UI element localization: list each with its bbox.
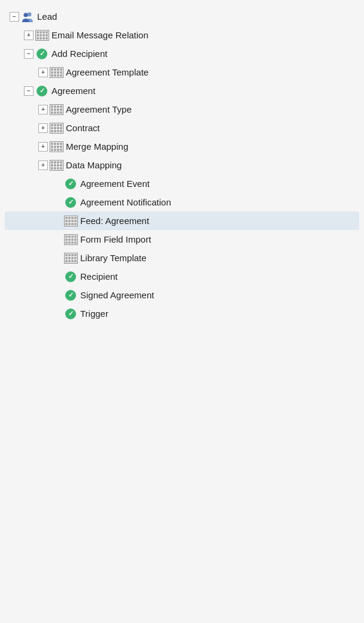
expand-toggle[interactable]: + (38, 142, 48, 152)
tree-item-label: Recipient (80, 270, 118, 283)
indent-spacer (53, 253, 62, 263)
grid-icon (50, 141, 63, 152)
check-circle-icon: ✓ (35, 86, 48, 96)
tree-item-label: Agreement (51, 84, 95, 97)
grid-icon (50, 67, 63, 78)
tree-item-label: Agreement Notification (80, 196, 171, 208)
expand-toggle[interactable]: + (38, 161, 48, 170)
tree-item-signed-agreement[interactable]: ✓Signed Agreement (5, 286, 359, 304)
indent-spacer (53, 235, 62, 244)
tree-item-label: Email Message Relation (51, 29, 148, 41)
collapse-toggle[interactable]: − (10, 12, 19, 22)
tree-item-label: Feed: Agreement (80, 214, 149, 227)
grid-icon (50, 104, 63, 115)
expand-toggle[interactable]: + (38, 68, 48, 77)
check-circle-icon: ✓ (64, 179, 77, 189)
expand-toggle[interactable]: + (24, 31, 34, 40)
tree-item-add-recipient[interactable]: −✓Add Recipient (5, 44, 359, 63)
tree-item-agreement-template[interactable]: +Agreement Template (5, 63, 359, 81)
check-circle-icon: ✓ (64, 309, 77, 319)
tree-item-trigger[interactable]: ✓Trigger (5, 304, 359, 323)
grid-icon (35, 30, 48, 41)
expand-toggle[interactable]: + (38, 105, 48, 114)
indent-spacer (53, 291, 62, 300)
tree-item-label: Agreement Event (80, 177, 150, 190)
tree-item-data-mapping[interactable]: +Data Mapping (5, 156, 359, 174)
indent-spacer (53, 309, 62, 319)
grid-icon (64, 253, 77, 264)
tree-item-label: Form Field Import (80, 233, 151, 246)
expand-toggle[interactable]: + (38, 123, 48, 133)
svg-point-1 (24, 13, 28, 17)
check-circle-icon: ✓ (35, 49, 48, 59)
tree-item-label: Contract (66, 122, 100, 134)
tree-item-recipient[interactable]: ✓Recipient (5, 267, 359, 286)
svg-point-0 (28, 12, 32, 16)
tree-item-label: Agreement Template (66, 66, 148, 78)
indent-spacer (53, 272, 62, 282)
tree-item-merge-mapping[interactable]: +Merge Mapping (5, 137, 359, 156)
check-circle-icon: ✓ (64, 197, 77, 208)
tree-item-label: Data Mapping (66, 159, 122, 171)
indent-spacer (53, 179, 62, 189)
check-circle-icon: ✓ (64, 271, 77, 282)
tree-item-label: Library Template (80, 252, 147, 264)
indent-spacer (53, 198, 62, 207)
collapse-toggle[interactable]: − (24, 49, 34, 59)
collapse-toggle[interactable]: − (24, 86, 34, 96)
check-circle-icon: ✓ (64, 290, 77, 301)
tree-item-label: Agreement Type (66, 103, 132, 116)
tree-item-lead[interactable]: −Lead (5, 7, 359, 26)
tree-item-agreement[interactable]: −✓Agreement (5, 81, 359, 100)
tree-item-agreement-type[interactable]: +Agreement Type (5, 100, 359, 119)
tree-item-library-template[interactable]: Library Template (5, 249, 359, 267)
grid-icon (64, 216, 77, 226)
tree-item-feed-agreement[interactable]: Feed: Agreement (5, 211, 359, 230)
tree-item-label: Add Recipient (51, 47, 107, 60)
tree-item-contract[interactable]: +Contract (5, 119, 359, 137)
grid-icon (64, 234, 77, 245)
tree-item-agreement-event[interactable]: ✓Agreement Event (5, 174, 359, 193)
tree-item-form-field-import[interactable]: Form Field Import (5, 230, 359, 249)
tree-item-agreement-notification[interactable]: ✓Agreement Notification (5, 193, 359, 211)
people-icon (21, 11, 34, 22)
tree-item-email-message-relation[interactable]: +Email Message Relation (5, 26, 359, 44)
grid-icon (50, 160, 63, 171)
tree-item-label: Trigger (80, 307, 108, 320)
tree-container: −Lead+Email Message Relation−✓Add Recipi… (0, 0, 364, 330)
indent-spacer (53, 216, 62, 226)
tree-item-label: Merge Mapping (66, 140, 128, 153)
tree-item-label: Signed Agreement (80, 289, 154, 301)
tree-item-label: Lead (37, 10, 57, 23)
grid-icon (50, 123, 63, 134)
